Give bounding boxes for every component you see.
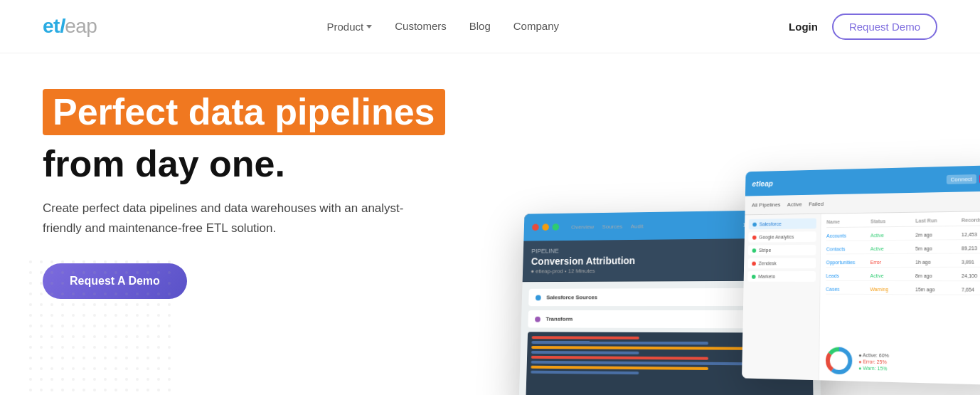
mockup-main-header: Overview Sources Audit 10m ago 45s WAIT xyxy=(523,209,818,241)
chevron-down-icon xyxy=(366,25,372,28)
table-row: Leads Active 8m ago 24,100 xyxy=(826,271,980,281)
svg-point-4 xyxy=(828,349,851,372)
mock-main-panel: Name Status Last Run Records Accounts Ac… xyxy=(819,211,980,386)
customers-link[interactable]: Customers xyxy=(395,20,447,32)
nav-item-product[interactable]: Product xyxy=(327,21,373,33)
sidebar-item: Marketo xyxy=(747,271,816,282)
close-dot xyxy=(532,224,539,231)
svg-point-3 xyxy=(828,349,851,372)
nav-right: Login Request Demo xyxy=(789,14,937,40)
mockup-secondary-toolbar: All Pipelines Active Failed Search... xyxy=(745,191,980,215)
minimize-dot xyxy=(542,223,549,231)
mock-sidebar: Salesforce Google Analytics Stripe Zende… xyxy=(742,214,821,381)
table-row: Contacts Active 5m ago 89,213 xyxy=(826,243,980,255)
table-row: Cases Warning 15m ago 7,654 xyxy=(826,285,980,295)
svg-point-2 xyxy=(828,349,851,372)
secondary-header-btn: Connect xyxy=(946,174,976,184)
headline-highlight: Perfect data pipelines xyxy=(43,89,445,135)
sidebar-item: Zendesk xyxy=(748,258,816,268)
blog-link[interactable]: Blog xyxy=(469,20,491,32)
svg-rect-1 xyxy=(28,260,171,395)
headline: Perfect data pipelines from day one. xyxy=(43,89,498,184)
mockup-secondary-screen: etleap Connect + Add All Pipelines Activ… xyxy=(742,165,980,386)
sidebar-item: Stripe xyxy=(748,245,816,256)
donut-chart xyxy=(825,346,853,375)
subheadline: Create perfect data pipelines and data w… xyxy=(43,199,412,237)
sidebar-item: Salesforce xyxy=(749,218,816,230)
pipeline-row: Salesforce Sources 2m ago DONE xyxy=(528,288,811,307)
table-header: Name Status Last Run Records xyxy=(826,217,980,228)
nav-item-blog[interactable]: Blog xyxy=(469,20,491,33)
nav-item-company[interactable]: Company xyxy=(513,20,559,33)
mockup-secondary-header: etleap Connect + Add xyxy=(745,165,980,196)
code-area xyxy=(525,332,814,395)
table-row: Opportunities Error 1h ago 3,891 xyxy=(826,257,980,268)
hero-section: Perfect data pipelines from day one. Cre… xyxy=(0,53,980,395)
company-link[interactable]: Company xyxy=(513,20,559,32)
expand-dot xyxy=(552,223,559,231)
table-row: Accounts Active 2m ago 12,453 xyxy=(826,229,980,241)
sidebar-item: Google Analytics xyxy=(748,231,816,242)
request-demo-button[interactable]: Request Demo xyxy=(832,14,937,40)
window-dots xyxy=(532,223,559,231)
dot-grid-decoration xyxy=(28,260,171,395)
login-link[interactable]: Login xyxy=(789,21,818,33)
navbar: etleap Product Customers Blog Company xyxy=(0,0,980,53)
logo[interactable]: etleap xyxy=(43,15,97,38)
mockups-container: Overview Sources Audit 10m ago 45s WAIT … xyxy=(475,82,980,395)
pipeline-title: Conversion Attribution xyxy=(531,253,810,267)
nav-links: Product Customers Blog Company xyxy=(327,20,559,33)
mockup-secondary-content: Salesforce Google Analytics Stripe Zende… xyxy=(742,211,980,386)
product-link[interactable]: Product xyxy=(327,21,373,33)
headline-rest: from day one. xyxy=(43,144,285,184)
mockup-main-content: Salesforce Sources 2m ago DONE Transform… xyxy=(518,280,821,395)
product-label: Product xyxy=(327,21,364,33)
mockup-main-screen: Overview Sources Audit 10m ago 45s WAIT … xyxy=(518,209,821,395)
pipeline-row: Transform 5m ago RUNNING xyxy=(528,310,812,329)
nav-item-customers[interactable]: Customers xyxy=(395,20,447,33)
